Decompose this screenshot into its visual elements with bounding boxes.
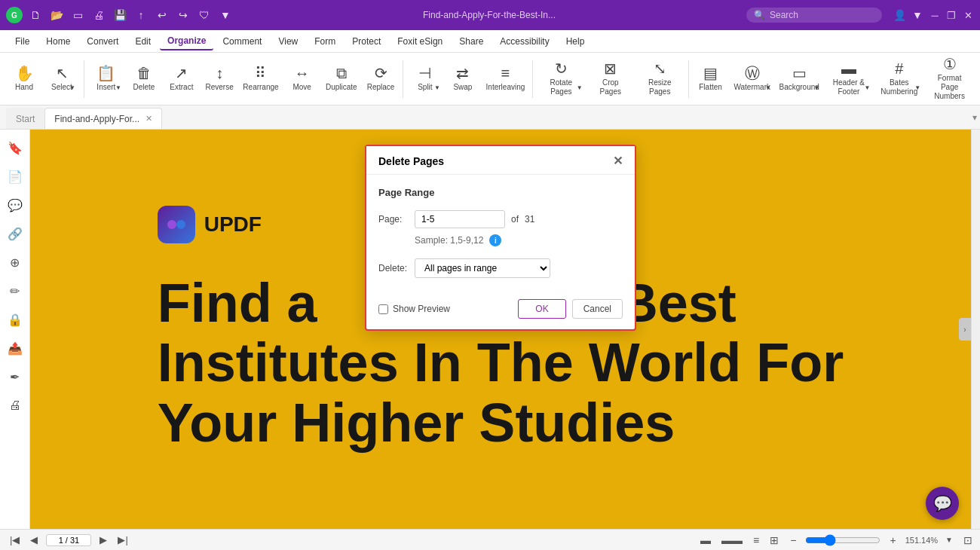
page-number-input[interactable] (46, 534, 91, 546)
menu-home[interactable]: Home (38, 33, 78, 50)
minimize-button[interactable]: ─ (929, 9, 941, 21)
menu-accessibility[interactable]: Accessibility (492, 33, 556, 50)
next-page-button[interactable]: ▶ (97, 533, 109, 546)
page-range-input[interactable] (415, 210, 505, 228)
minimize-window-icon[interactable]: ▭ (71, 8, 84, 22)
sidebar-comments-icon[interactable]: 💬 (3, 193, 27, 217)
pdf-content-area: › UPDF Find a or the Best Institutes In … (30, 130, 971, 529)
menu-view[interactable]: View (271, 33, 305, 50)
tool-background[interactable]: ▭ Background ▼ (776, 57, 823, 102)
menu-organize[interactable]: Organize (160, 32, 213, 50)
sidebar-links-icon[interactable]: 🔗 (3, 222, 27, 246)
menu-edit[interactable]: Edit (127, 33, 158, 50)
tool-replace[interactable]: ⟳ Replace (363, 57, 399, 102)
dropdown-icon[interactable]: ▼ (219, 8, 232, 22)
zoom-slider[interactable] (805, 534, 880, 546)
tool-flatten[interactable]: ▤ Flatten (693, 57, 729, 102)
tool-crop-pages[interactable]: ⊠ Crop Pages (587, 57, 634, 102)
menu-file[interactable]: File (8, 33, 37, 50)
profile-icon[interactable]: 👤 (893, 8, 906, 22)
search-input[interactable] (770, 10, 860, 20)
double-page-view-icon[interactable]: ▬▬ (721, 534, 743, 546)
menu-help[interactable]: Help (559, 33, 593, 50)
sidebar-sign-icon[interactable]: ✒ (3, 365, 27, 389)
tool-rearrange[interactable]: ⠿ Rearrange (239, 57, 282, 102)
tool-interleaving[interactable]: ≡ Interleaving (482, 57, 528, 102)
tool-duplicate[interactable]: ⧉ Duplicate (322, 57, 361, 102)
sidebar-security-icon[interactable]: 🔒 (3, 307, 27, 332)
ok-button[interactable]: OK (518, 299, 565, 319)
zoom-level-display: 151.14% (905, 536, 938, 545)
menu-protect[interactable]: Protect (345, 33, 388, 50)
sidebar-bookmark-icon[interactable]: 🔖 (3, 136, 27, 160)
tool-reverse[interactable]: ↕ Reverse (201, 57, 238, 102)
sidebar-layers-icon[interactable]: ⊕ (3, 250, 27, 274)
sidebar-pages-icon[interactable]: 📄 (3, 164, 27, 188)
tool-resize-pages[interactable]: ⤡ Resize Pages (635, 57, 684, 102)
single-page-view-icon[interactable]: ▬ (700, 534, 711, 546)
scroll-view-icon[interactable]: ≡ (753, 534, 759, 546)
delete-mode-select[interactable]: All pages in range Odd pages in range Ev… (415, 258, 550, 278)
close-button[interactable]: ✕ (962, 9, 974, 21)
open-icon[interactable]: 📂 (50, 8, 63, 22)
share-icon[interactable]: ↑ (134, 8, 148, 22)
cancel-button[interactable]: Cancel (572, 299, 623, 319)
fit-page-button[interactable]: ⊡ (963, 534, 972, 546)
toolbar-divider-2 (403, 60, 403, 98)
protect-icon[interactable]: 🛡 (198, 8, 211, 22)
toolbar-divider-1 (84, 60, 84, 98)
info-icon[interactable]: i (489, 234, 501, 246)
menu-comment[interactable]: Comment (215, 33, 269, 50)
new-icon[interactable]: 🗋 (29, 8, 42, 22)
tab-scroll-right-icon[interactable]: ▾ (972, 112, 977, 123)
tool-format-page-numbers[interactable]: ① Format Page Numbers (925, 57, 974, 102)
dialog-section-title: Page Range (378, 187, 623, 198)
swap-icon: ⇄ (456, 66, 469, 81)
profile-dropdown-icon[interactable]: ▼ (911, 8, 924, 22)
right-scrollbar[interactable] (971, 130, 980, 529)
zoom-in-button[interactable]: + (890, 534, 896, 546)
sidebar-print-icon[interactable]: 🖨 (3, 393, 27, 417)
last-page-button[interactable]: ▶| (115, 533, 130, 546)
tool-header-footer[interactable]: ▬ Header & Footer ▼ (824, 57, 873, 102)
sidebar-export-icon[interactable]: 📤 (3, 336, 27, 360)
tool-delete[interactable]: 🗑 Delete (126, 57, 162, 102)
background-icon: ▭ (792, 66, 807, 81)
tab-close-icon[interactable]: ✕ (145, 114, 152, 124)
show-preview-checkbox[interactable] (378, 304, 388, 314)
redo-icon[interactable]: ↪ (176, 8, 190, 22)
tool-format-page-numbers-label: Format Page Numbers (931, 74, 968, 101)
tool-hand[interactable]: ✋ Hand (6, 57, 42, 102)
menu-bar: File Home Convert Edit Organize Comment … (0, 30, 980, 53)
tab-file[interactable]: Find-and-Apply-For... ✕ (44, 108, 162, 129)
thumbnail-view-icon[interactable]: ⊞ (770, 534, 779, 546)
menu-convert[interactable]: Convert (79, 33, 126, 50)
tool-move[interactable]: ↔ Move (284, 57, 320, 102)
zoom-dropdown-icon[interactable]: ▼ (945, 536, 953, 544)
undo-icon[interactable]: ↩ (155, 8, 169, 22)
search-bar[interactable]: 🔍 (746, 8, 882, 23)
prev-page-button[interactable]: ◀ (28, 533, 40, 546)
print-icon[interactable]: 🖨 (92, 8, 106, 22)
tab-start[interactable]: Start (6, 108, 44, 129)
tool-watermark[interactable]: Ⓦ Watermark ▼ (730, 57, 774, 102)
tool-insert[interactable]: 📋 Insert ▼ (88, 57, 124, 102)
menu-form[interactable]: Form (307, 33, 343, 50)
app-logo: G (6, 7, 23, 23)
restore-button[interactable]: ❐ (945, 9, 957, 21)
tool-select[interactable]: ↖ Select ▼ (44, 57, 80, 102)
sidebar-annotations-icon[interactable]: ✏ (3, 279, 27, 303)
dialog-close-button[interactable]: ✕ (613, 154, 623, 168)
tool-swap[interactable]: ⇄ Swap (445, 57, 481, 102)
tool-bates-numbering[interactable]: # Bates Numbering ▼ (874, 57, 923, 102)
tool-bates-numbering-label: Bates Numbering (880, 78, 917, 96)
first-page-button[interactable]: |◀ (8, 533, 22, 546)
menu-foxit-esign[interactable]: Foxit eSign (390, 33, 450, 50)
resize-pages-icon: ⤡ (654, 61, 666, 76)
menu-share[interactable]: Share (452, 33, 491, 50)
tool-extract[interactable]: ↗ Extract (164, 57, 200, 102)
tool-split[interactable]: ⊣ Split ▼ (407, 57, 443, 102)
zoom-out-button[interactable]: − (790, 534, 796, 546)
tool-rotate-pages[interactable]: ↻ Rotate Pages ▼ (537, 57, 586, 102)
save-icon[interactable]: 💾 (113, 8, 127, 22)
